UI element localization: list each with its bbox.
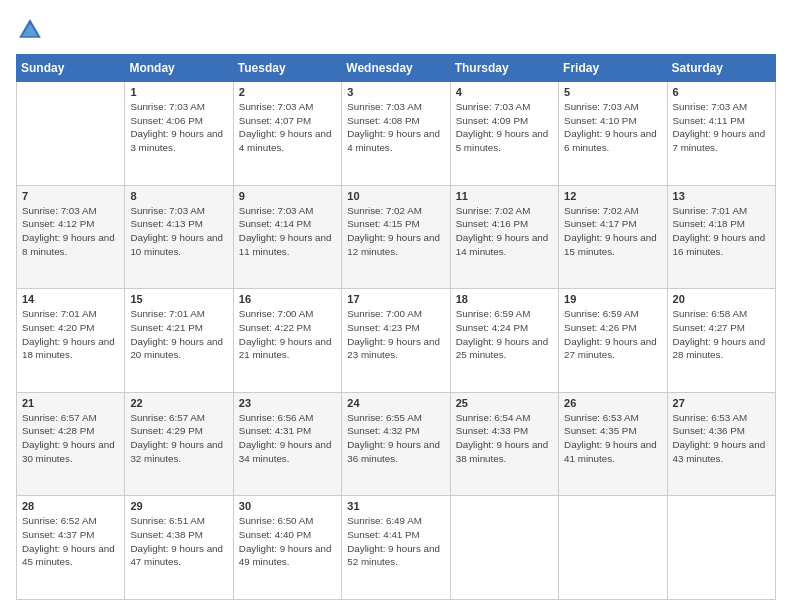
day-number: 19 [564,293,661,305]
day-info: Sunrise: 6:58 AMSunset: 4:27 PMDaylight:… [673,307,770,362]
day-info: Sunrise: 7:01 AMSunset: 4:18 PMDaylight:… [673,204,770,259]
day-number: 31 [347,500,444,512]
day-info: Sunrise: 7:01 AMSunset: 4:21 PMDaylight:… [130,307,227,362]
calendar-cell: 13Sunrise: 7:01 AMSunset: 4:18 PMDayligh… [667,185,775,289]
calendar-cell: 26Sunrise: 6:53 AMSunset: 4:35 PMDayligh… [559,392,667,496]
day-info: Sunrise: 6:57 AMSunset: 4:29 PMDaylight:… [130,411,227,466]
calendar-cell: 10Sunrise: 7:02 AMSunset: 4:15 PMDayligh… [342,185,450,289]
day-number: 28 [22,500,119,512]
calendar-cell: 22Sunrise: 6:57 AMSunset: 4:29 PMDayligh… [125,392,233,496]
calendar-cell: 24Sunrise: 6:55 AMSunset: 4:32 PMDayligh… [342,392,450,496]
calendar-cell: 14Sunrise: 7:01 AMSunset: 4:20 PMDayligh… [17,289,125,393]
day-number: 2 [239,86,336,98]
calendar-cell: 2Sunrise: 7:03 AMSunset: 4:07 PMDaylight… [233,82,341,186]
day-number: 8 [130,190,227,202]
day-number: 24 [347,397,444,409]
col-header-sunday: Sunday [17,55,125,82]
day-info: Sunrise: 7:03 AMSunset: 4:06 PMDaylight:… [130,100,227,155]
calendar-week-row: 21Sunrise: 6:57 AMSunset: 4:28 PMDayligh… [17,392,776,496]
day-number: 14 [22,293,119,305]
day-info: Sunrise: 6:55 AMSunset: 4:32 PMDaylight:… [347,411,444,466]
calendar-cell: 11Sunrise: 7:02 AMSunset: 4:16 PMDayligh… [450,185,558,289]
calendar-cell: 30Sunrise: 6:50 AMSunset: 4:40 PMDayligh… [233,496,341,600]
day-number: 26 [564,397,661,409]
day-number: 9 [239,190,336,202]
day-info: Sunrise: 6:59 AMSunset: 4:26 PMDaylight:… [564,307,661,362]
day-info: Sunrise: 6:56 AMSunset: 4:31 PMDaylight:… [239,411,336,466]
header [16,16,776,44]
day-info: Sunrise: 7:01 AMSunset: 4:20 PMDaylight:… [22,307,119,362]
calendar-week-row: 28Sunrise: 6:52 AMSunset: 4:37 PMDayligh… [17,496,776,600]
day-info: Sunrise: 6:57 AMSunset: 4:28 PMDaylight:… [22,411,119,466]
col-header-saturday: Saturday [667,55,775,82]
day-info: Sunrise: 6:59 AMSunset: 4:24 PMDaylight:… [456,307,553,362]
calendar-cell: 5Sunrise: 7:03 AMSunset: 4:10 PMDaylight… [559,82,667,186]
day-number: 7 [22,190,119,202]
day-info: Sunrise: 6:50 AMSunset: 4:40 PMDaylight:… [239,514,336,569]
calendar-cell: 9Sunrise: 7:03 AMSunset: 4:14 PMDaylight… [233,185,341,289]
calendar-cell [450,496,558,600]
calendar-cell: 12Sunrise: 7:02 AMSunset: 4:17 PMDayligh… [559,185,667,289]
calendar-cell: 15Sunrise: 7:01 AMSunset: 4:21 PMDayligh… [125,289,233,393]
calendar-cell: 16Sunrise: 7:00 AMSunset: 4:22 PMDayligh… [233,289,341,393]
col-header-wednesday: Wednesday [342,55,450,82]
calendar-cell: 18Sunrise: 6:59 AMSunset: 4:24 PMDayligh… [450,289,558,393]
calendar-cell: 6Sunrise: 7:03 AMSunset: 4:11 PMDaylight… [667,82,775,186]
day-number: 15 [130,293,227,305]
day-number: 13 [673,190,770,202]
day-info: Sunrise: 7:02 AMSunset: 4:17 PMDaylight:… [564,204,661,259]
day-info: Sunrise: 7:03 AMSunset: 4:11 PMDaylight:… [673,100,770,155]
day-number: 12 [564,190,661,202]
calendar-cell [667,496,775,600]
calendar-cell [17,82,125,186]
calendar-cell: 19Sunrise: 6:59 AMSunset: 4:26 PMDayligh… [559,289,667,393]
col-header-tuesday: Tuesday [233,55,341,82]
calendar-cell [559,496,667,600]
day-info: Sunrise: 6:51 AMSunset: 4:38 PMDaylight:… [130,514,227,569]
calendar-cell: 1Sunrise: 7:03 AMSunset: 4:06 PMDaylight… [125,82,233,186]
col-header-friday: Friday [559,55,667,82]
day-info: Sunrise: 7:00 AMSunset: 4:22 PMDaylight:… [239,307,336,362]
calendar-week-row: 1Sunrise: 7:03 AMSunset: 4:06 PMDaylight… [17,82,776,186]
day-info: Sunrise: 7:03 AMSunset: 4:07 PMDaylight:… [239,100,336,155]
calendar-cell: 27Sunrise: 6:53 AMSunset: 4:36 PMDayligh… [667,392,775,496]
col-header-thursday: Thursday [450,55,558,82]
day-info: Sunrise: 7:03 AMSunset: 4:08 PMDaylight:… [347,100,444,155]
day-number: 22 [130,397,227,409]
day-number: 30 [239,500,336,512]
calendar-cell: 4Sunrise: 7:03 AMSunset: 4:09 PMDaylight… [450,82,558,186]
day-info: Sunrise: 7:03 AMSunset: 4:12 PMDaylight:… [22,204,119,259]
day-number: 27 [673,397,770,409]
day-info: Sunrise: 6:52 AMSunset: 4:37 PMDaylight:… [22,514,119,569]
calendar-cell: 28Sunrise: 6:52 AMSunset: 4:37 PMDayligh… [17,496,125,600]
calendar-header-row: SundayMondayTuesdayWednesdayThursdayFrid… [17,55,776,82]
day-number: 18 [456,293,553,305]
day-info: Sunrise: 7:02 AMSunset: 4:15 PMDaylight:… [347,204,444,259]
calendar-week-row: 14Sunrise: 7:01 AMSunset: 4:20 PMDayligh… [17,289,776,393]
day-number: 6 [673,86,770,98]
calendar-cell: 23Sunrise: 6:56 AMSunset: 4:31 PMDayligh… [233,392,341,496]
day-number: 4 [456,86,553,98]
calendar-cell: 20Sunrise: 6:58 AMSunset: 4:27 PMDayligh… [667,289,775,393]
calendar-week-row: 7Sunrise: 7:03 AMSunset: 4:12 PMDaylight… [17,185,776,289]
day-number: 25 [456,397,553,409]
calendar-cell: 3Sunrise: 7:03 AMSunset: 4:08 PMDaylight… [342,82,450,186]
day-info: Sunrise: 7:03 AMSunset: 4:14 PMDaylight:… [239,204,336,259]
day-info: Sunrise: 6:53 AMSunset: 4:36 PMDaylight:… [673,411,770,466]
day-number: 3 [347,86,444,98]
logo [16,16,48,44]
calendar-cell: 21Sunrise: 6:57 AMSunset: 4:28 PMDayligh… [17,392,125,496]
calendar-cell: 8Sunrise: 7:03 AMSunset: 4:13 PMDaylight… [125,185,233,289]
day-info: Sunrise: 6:49 AMSunset: 4:41 PMDaylight:… [347,514,444,569]
main-container: SundayMondayTuesdayWednesdayThursdayFrid… [0,0,792,612]
day-number: 5 [564,86,661,98]
calendar-cell: 31Sunrise: 6:49 AMSunset: 4:41 PMDayligh… [342,496,450,600]
day-info: Sunrise: 6:53 AMSunset: 4:35 PMDaylight:… [564,411,661,466]
day-number: 11 [456,190,553,202]
calendar-table: SundayMondayTuesdayWednesdayThursdayFrid… [16,54,776,600]
calendar-cell: 7Sunrise: 7:03 AMSunset: 4:12 PMDaylight… [17,185,125,289]
day-number: 23 [239,397,336,409]
day-number: 17 [347,293,444,305]
day-number: 29 [130,500,227,512]
logo-icon [16,16,44,44]
